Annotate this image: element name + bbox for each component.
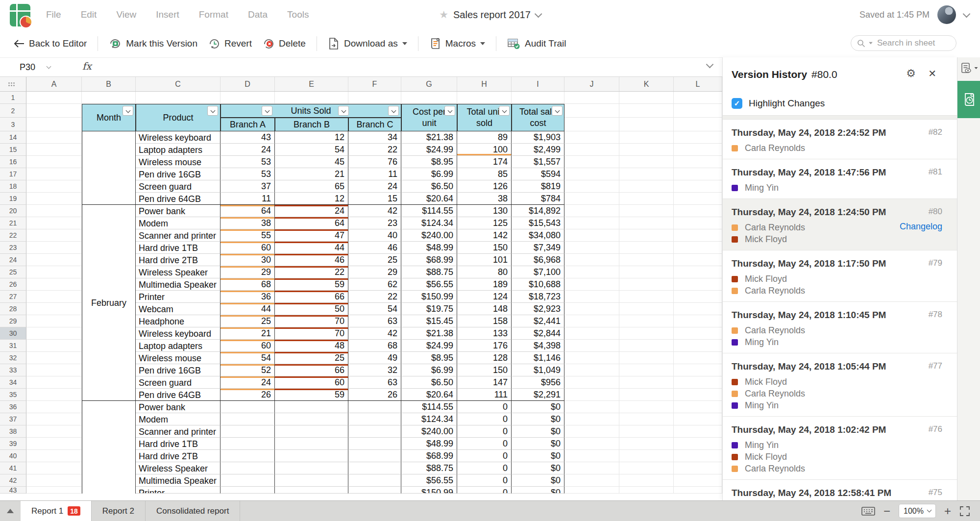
cell[interactable] xyxy=(564,217,619,229)
cell-branch-b[interactable]: 22 xyxy=(275,266,348,278)
row-header-32[interactable]: 32 xyxy=(0,352,26,364)
cell-total-sale-cost[interactable]: $1,146 xyxy=(512,352,564,364)
cell-cost-per-unit[interactable]: $88.75 xyxy=(401,266,457,278)
cell-branch-c[interactable] xyxy=(348,462,401,474)
column-header-e[interactable]: E xyxy=(275,77,348,91)
cell-branch-b[interactable] xyxy=(275,425,348,438)
cell[interactable] xyxy=(564,180,619,193)
version-entry[interactable]: Thursday, May 24, 2018 1:24:50 PM#80Chan… xyxy=(723,199,957,250)
cell-branch-b[interactable]: 66 xyxy=(275,291,348,303)
cell-total-unit-sold[interactable]: 0 xyxy=(457,462,512,474)
cell-branch-a[interactable]: 53 xyxy=(220,156,275,168)
cell-total-sale-cost[interactable]: $34,080 xyxy=(512,229,564,242)
cell-branch-b[interactable]: 66 xyxy=(275,364,348,376)
cell-total-unit-sold[interactable]: 85 xyxy=(457,168,512,180)
cell-branch-a[interactable] xyxy=(220,462,275,474)
cell-branch-c[interactable]: 76 xyxy=(348,156,401,168)
formula-input[interactable] xyxy=(103,60,683,75)
close-icon[interactable]: ✕ xyxy=(928,68,936,79)
cell-product[interactable]: Screen guard xyxy=(136,376,220,389)
cell[interactable] xyxy=(564,376,619,389)
cell-product[interactable]: Webcam xyxy=(136,303,220,315)
cell-total-unit-sold[interactable]: 111 xyxy=(457,389,512,401)
row-header-20[interactable]: 20 xyxy=(0,205,26,217)
row-header-37[interactable]: 37 xyxy=(0,413,26,425)
cell[interactable] xyxy=(619,352,674,364)
cell-total-unit-sold[interactable]: 0 xyxy=(457,450,512,462)
row-header-15[interactable]: 15 xyxy=(0,144,26,156)
cell[interactable] xyxy=(674,401,722,413)
cell-cost-per-unit[interactable]: $68.99 xyxy=(401,450,457,462)
cell[interactable] xyxy=(564,291,619,303)
cell[interactable] xyxy=(26,291,82,303)
cell-total-unit-sold[interactable]: 176 xyxy=(457,340,512,352)
cell-cost-per-unit[interactable]: $20.64 xyxy=(401,193,457,205)
cell-branch-a[interactable]: 44 xyxy=(220,303,275,315)
cell[interactable] xyxy=(674,438,722,450)
cell-branch-b[interactable]: 59 xyxy=(275,389,348,401)
cell-product[interactable]: Wireless Speaker xyxy=(136,266,220,278)
cell-branch-c[interactable] xyxy=(348,413,401,425)
cell[interactable] xyxy=(619,303,674,315)
cell-month[interactable] xyxy=(82,425,136,438)
cell-product[interactable]: Pen drive 16GB xyxy=(136,168,220,180)
audit-trail-button[interactable]: Audit Trail xyxy=(507,38,566,50)
cell-branch-c[interactable]: 15 xyxy=(348,193,401,205)
cell[interactable] xyxy=(674,144,722,156)
row-header-23[interactable]: 23 xyxy=(0,242,26,254)
cell[interactable] xyxy=(619,144,674,156)
filter-button[interactable] xyxy=(444,106,455,116)
cell-branch-a[interactable]: 24 xyxy=(220,144,275,156)
row-header-24[interactable]: 24 xyxy=(0,254,26,266)
search-input[interactable] xyxy=(876,38,947,49)
spreadsheet-grid[interactable]: 123MonthProductUnits SoldBranch ABranch … xyxy=(0,92,722,500)
cell-cost-per-unit[interactable]: $48.99 xyxy=(401,242,457,254)
cell[interactable] xyxy=(674,242,722,254)
cell-total-sale-cost[interactable]: $6,968 xyxy=(512,254,564,266)
cell-product[interactable]: Multimedia Speaker xyxy=(136,474,220,487)
cell-branch-a[interactable]: 60 xyxy=(220,340,275,352)
cell-product[interactable]: Modem xyxy=(136,217,220,229)
cell[interactable] xyxy=(564,168,619,180)
search-in-sheet[interactable] xyxy=(851,35,956,51)
cell[interactable] xyxy=(619,340,674,352)
row-header-1[interactable]: 1 xyxy=(0,92,26,104)
cell[interactable] xyxy=(82,92,136,104)
cell[interactable] xyxy=(26,327,82,340)
cell-branch-c[interactable]: 54 xyxy=(348,303,401,315)
cell-branch-a[interactable]: 38 xyxy=(220,217,275,229)
cell-branch-c[interactable]: 63 xyxy=(348,315,401,327)
cell[interactable] xyxy=(674,229,722,242)
cell-branch-b[interactable]: 21 xyxy=(275,168,348,180)
cell-branch-a[interactable]: 53 xyxy=(220,168,275,180)
cell-branch-b[interactable]: 70 xyxy=(275,327,348,340)
version-entry[interactable]: Thursday, May 24, 2018 12:58:41 PM#75Mic… xyxy=(723,480,957,500)
cell-total-unit-sold[interactable]: 89 xyxy=(457,131,512,144)
cell-branch-b[interactable] xyxy=(275,438,348,450)
zoom-level-select[interactable]: 100% xyxy=(899,504,936,518)
row-header-18[interactable]: 18 xyxy=(0,180,26,193)
cell-branch-b[interactable]: 54 xyxy=(275,144,348,156)
cell[interactable] xyxy=(674,180,722,193)
cell[interactable] xyxy=(457,92,512,104)
cell[interactable] xyxy=(26,193,82,205)
cell-total-sale-cost[interactable]: $0 xyxy=(512,438,564,450)
cell[interactable] xyxy=(26,389,82,401)
cell-cost-per-unit[interactable]: $6.50 xyxy=(401,376,457,389)
cell-branch-b[interactable] xyxy=(275,413,348,425)
version-entry[interactable]: Thursday, May 24, 2018 1:47:56 PM#81Ming… xyxy=(723,159,957,199)
cell-cost-per-unit[interactable]: $6.99 xyxy=(401,168,457,180)
cell-cost-per-unit[interactable]: $240.00 xyxy=(401,229,457,242)
cell-month[interactable] xyxy=(82,401,136,413)
cell-total-sale-cost[interactable]: $0 xyxy=(512,462,564,474)
cell-month[interactable] xyxy=(82,131,136,144)
cell-branch-a[interactable]: 54 xyxy=(220,352,275,364)
row-header-25[interactable]: 25 xyxy=(0,266,26,278)
column-header-h[interactable]: H xyxy=(457,77,512,91)
cell-branch-b[interactable]: 48 xyxy=(275,340,348,352)
cell-cost-per-unit[interactable]: $124.34 xyxy=(401,413,457,425)
title-chevron-down-icon[interactable] xyxy=(535,10,542,18)
cell-branch-a[interactable]: 30 xyxy=(220,254,275,266)
cell-cost-per-unit[interactable]: $68.99 xyxy=(401,254,457,266)
cell[interactable] xyxy=(564,340,619,352)
